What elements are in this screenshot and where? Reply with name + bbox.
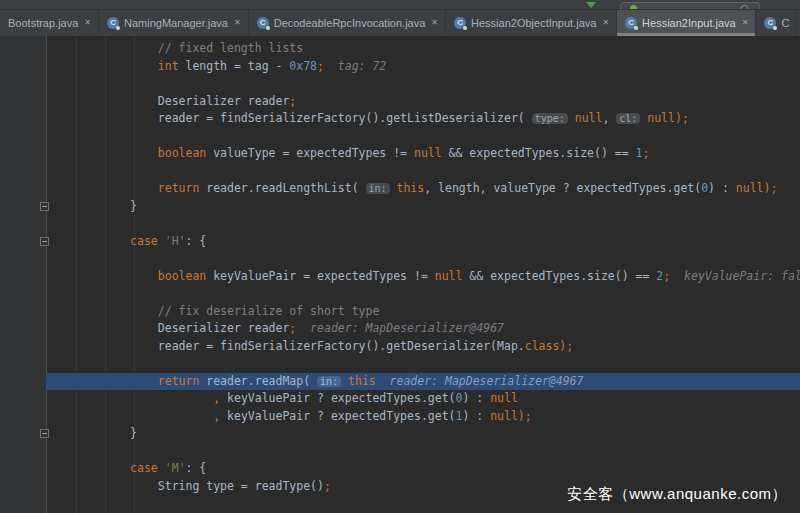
code-token: reader.readMap( <box>199 374 317 388</box>
tab-label: C <box>781 17 789 29</box>
tab-bootstrap-java[interactable]: Bootstrap.java✕ <box>0 10 99 36</box>
chevron-down-icon[interactable] <box>586 2 596 8</box>
code-token: ); <box>518 409 532 423</box>
code-token: String type = readType() <box>158 479 324 493</box>
code-line[interactable]: return reader.readLengthList( in: this, … <box>47 180 800 198</box>
ide-window: { "toolbar": { "icons": ["chevron-down-i… <box>0 0 800 513</box>
code-token: ; <box>317 59 324 73</box>
code-token: case <box>130 234 158 248</box>
code-token: boolean <box>158 269 206 283</box>
code-token <box>341 374 348 388</box>
code-line[interactable]: Deserializer reader; <box>47 93 800 111</box>
parameter-hint: cl: <box>616 113 640 124</box>
code-token <box>568 111 575 125</box>
code-line[interactable]: reader = findSerializerFactory().getDese… <box>47 338 800 356</box>
code-token: && expectedTypes.size() == <box>462 269 656 283</box>
code-token <box>158 461 165 475</box>
code-token: reader = findSerializerFactory().getDese… <box>158 339 525 353</box>
code-token: keyValuePair ? expectedTypes.get( <box>220 409 455 423</box>
code-line[interactable]: boolean valueType = expectedTypes != nul… <box>47 145 800 163</box>
class-icon: C <box>257 17 269 29</box>
code-line[interactable]: int length = tag - 0x78; tag: 72 <box>47 58 800 76</box>
tab-label: Hessian2Input.java <box>642 17 736 29</box>
code-token: 0x78 <box>289 59 317 73</box>
code-token: case <box>130 461 158 475</box>
debugger-inline-hint: tag: 72 <box>324 59 386 73</box>
code-token: , length, valueType ? expectedTypes.get( <box>424 181 701 195</box>
code-token: && expectedTypes.size() == <box>442 146 636 160</box>
editor-tab-bar: Bootstrap.java✕CNamingManager.java✕CDeco… <box>0 10 800 37</box>
code-token: ); <box>675 111 689 125</box>
code-line[interactable]: } <box>47 198 800 216</box>
code-line[interactable] <box>47 215 800 233</box>
class-icon: C <box>454 17 466 29</box>
code-line[interactable]: case 'H': { <box>47 233 800 251</box>
code-token: // fixed length lists <box>158 41 303 55</box>
parameter-hint: type: <box>532 113 568 124</box>
tab-namingmanager-java[interactable]: CNamingManager.java✕ <box>99 10 249 36</box>
code-token: null <box>736 181 764 195</box>
close-icon[interactable]: ✕ <box>742 18 749 28</box>
debugger-inline-hint: reader: MapDeserializer@4967 <box>376 374 584 388</box>
code-token: : { <box>186 234 207 248</box>
code-line[interactable] <box>47 128 800 146</box>
code-token: } <box>130 199 137 213</box>
close-icon[interactable]: ✕ <box>431 18 438 28</box>
code-line[interactable]: // fix deserialize of short type <box>47 303 800 321</box>
tab-hessian2input-java[interactable]: CHessian2Input.java✕ <box>617 10 756 36</box>
code-line[interactable] <box>47 285 800 303</box>
code-token: ) : <box>462 409 490 423</box>
code-token: null <box>490 409 518 423</box>
code-line[interactable]: , keyValuePair ? expectedTypes.get(1) : … <box>47 408 800 426</box>
debugger-inline-hint: keyValuePair: false <box>670 269 800 283</box>
execution-line[interactable]: return reader.readMap( in: this reader: … <box>46 373 800 391</box>
code-line[interactable]: // fixed length lists <box>47 40 800 58</box>
code-line[interactable] <box>47 250 800 268</box>
code-token <box>390 181 397 195</box>
code-line[interactable] <box>47 75 800 93</box>
code-token: class <box>525 339 560 353</box>
code-token: boolean <box>158 146 206 160</box>
code-line[interactable]: case 'M': { <box>47 460 800 478</box>
code-line[interactable] <box>47 355 800 373</box>
code-token: null <box>414 146 442 160</box>
tab-decodeablerpcinvocation-java[interactable]: CDecodeableRpcInvocation.java✕ <box>249 10 446 36</box>
run-config-box[interactable] <box>620 2 760 10</box>
code-line[interactable]: } <box>47 425 800 443</box>
code-line[interactable] <box>47 163 800 181</box>
code-token: 'M' <box>165 461 186 475</box>
code-token: null <box>490 391 518 405</box>
code-line[interactable]: , keyValuePair ? expectedTypes.get(0) : … <box>47 390 800 408</box>
code-line[interactable]: reader = findSerializerFactory().getList… <box>47 110 800 128</box>
code-line[interactable]: Deserializer reader; reader: MapDeserial… <box>47 320 800 338</box>
code-token: null <box>647 111 675 125</box>
code-token: length = tag - <box>179 59 290 73</box>
code-token: valueType = expectedTypes != <box>206 146 414 160</box>
code-token: return <box>158 374 200 388</box>
parameter-hint: in: <box>317 376 341 387</box>
watermark: 安全客（www.anquanke.com） <box>567 485 787 504</box>
tab-c[interactable]: CC <box>756 10 797 36</box>
code-token: Deserializer reader <box>158 94 290 108</box>
close-icon[interactable]: ✕ <box>234 18 241 28</box>
code-token: ; <box>642 146 649 160</box>
close-icon[interactable]: ✕ <box>84 18 91 28</box>
code-line[interactable]: boolean keyValuePair = expectedTypes != … <box>47 268 800 286</box>
debugger-inline-hint: reader: MapDeserializer@4967 <box>296 321 504 335</box>
tab-label: Hessian2ObjectInput.java <box>471 17 596 29</box>
code-line[interactable] <box>47 443 800 461</box>
close-icon[interactable]: ✕ <box>602 18 609 28</box>
code-token: ) : <box>708 181 736 195</box>
tab-label: Bootstrap.java <box>8 17 78 29</box>
code-token: : { <box>186 461 207 475</box>
code-area[interactable]: // fixed length lists int length = tag -… <box>47 40 800 495</box>
code-editor[interactable]: // fixed length lists int length = tag -… <box>0 36 800 513</box>
class-icon: C <box>625 17 637 29</box>
class-icon: C <box>107 17 119 29</box>
code-token: null <box>435 269 463 283</box>
code-token: return <box>158 181 200 195</box>
code-token: } <box>130 426 137 440</box>
tab-hessian2objectinput-java[interactable]: CHessian2ObjectInput.java✕ <box>446 10 617 36</box>
code-token: reader.readLengthList( <box>199 181 365 195</box>
code-token: this <box>397 181 425 195</box>
